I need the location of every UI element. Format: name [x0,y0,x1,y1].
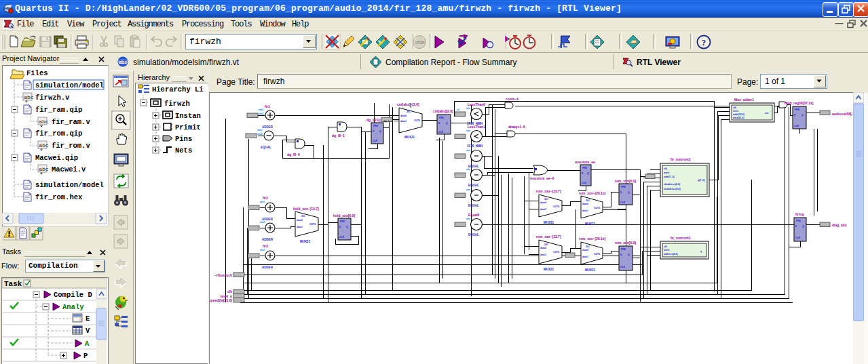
svg-text:firwzh.v: firwzh.v [35,94,70,102]
svg-text:diag_azu: diag_azu [832,223,846,227]
svg-text:wren: wren [663,249,669,251]
svg-text:PRE: PRE [439,117,445,119]
svg-text:A: A [85,340,90,348]
svg-text:MUX21: MUX21 [585,268,596,272]
svg-text:afw: afw [466,218,470,220]
svg-text:fir_ram.qip: fir_ram.qip [35,106,82,114]
svg-text:LessThan0: LessThan0 [468,102,485,106]
svg-text:Macwei.qip: Macwei.qip [35,154,78,162]
svg-text:CLR: CLR [794,125,799,127]
svg-text:data0: data0 [582,249,588,251]
svg-text:q[7..0]: q[7..0] [698,179,704,182]
svg-text:E: E [86,315,90,323]
svg-text:afw: afw [466,149,470,152]
svg-text:reset_n: reset_n [220,294,232,298]
svg-text:CLR: CLR [438,131,444,134]
svg-text:afw1: afw1 [260,221,265,224]
svg-text:PRE: PRE [621,186,626,188]
svg-text:a2: a2 [457,108,459,111]
svg-text:Q: Q [446,122,448,125]
svg-text:audioout38[23.0]: audioout38[23.0] [832,112,852,116]
svg-text:data1: data1 [540,208,546,211]
svg-text:fir_ram.v: fir_ram.v [52,118,90,126]
svg-text:afw: afw [466,107,470,110]
svg-text:hold_reg38[37.1x]: hold_reg38[37.1x] [785,101,814,105]
svg-text:Primit: Primit [175,123,201,132]
svg-text:abc: abc [119,60,127,64]
svg-text:Q: Q [628,254,630,256]
svg-text:abc: abc [39,142,49,148]
svg-text:clk: clk [664,167,667,170]
svg-text:Q: Q [801,114,804,117]
svg-text:hold_xxx[6.0]: hold_xxx[6.0] [333,214,355,218]
svg-text:comb~6: comb~6 [506,97,518,101]
svg-text:afw2: afw2 [257,133,263,136]
svg-text:P: P [83,352,88,360]
svg-text:fir3: fir3 [263,244,268,248]
svg-text:cnt[abs][2.0]: cnt[abs][2.0] [433,109,453,113]
svg-text:2h1: 2h1 [301,215,305,218]
svg-text:EQUAL: EQUAL [468,204,479,207]
svg-text:Equal6: Equal6 [468,213,480,217]
svg-text:simulation/model: simulation/model [35,181,104,189]
svg-text:addr[7..0]: addr[7..0] [664,176,675,178]
svg-text:afw1: afw1 [260,201,265,203]
svg-text:fir_rom.hex: fir_rom.hex [35,193,83,201]
svg-text:data0: data0 [540,247,546,249]
svg-text:Nets: Nets [175,146,192,155]
svg-text:hold_xxx~[13.7]: hold_xxx~[13.7] [293,207,319,211]
svg-text:PRE: PRE [340,220,345,223]
svg-text:CLR: CLR [582,182,587,184]
svg-text:OUT0: OUT0 [594,253,600,256]
svg-text:Mac~adder1: Mac~adder1 [734,98,754,102]
svg-text:ADDER: ADDER [262,125,273,129]
svg-text:EQUAL: EQUAL [261,146,271,149]
svg-text:?: ? [702,37,706,47]
svg-text:ADDER: ADDER [262,266,273,269]
svg-text:1F26_NMH: 1F26_NMH [467,122,483,125]
svg-text:~rfbusruch: ~rfbusruch [214,273,232,277]
svg-text:rom_xxx[6.0]: rom_xxx[6.0] [615,179,636,183]
svg-text:MUX21: MUX21 [300,240,311,243]
svg-text:rom_xxx~[26.1x]: rom_xxx~[26.1x] [579,237,606,241]
svg-text:2h1: 2h1 [544,243,548,246]
svg-text:data1: data1 [297,226,303,228]
svg-text:ADDER: ADDER [262,238,273,241]
svg-text:Compile D: Compile D [54,291,92,299]
svg-text:afw2: afw2 [259,113,264,115]
svg-text:fir2: fir2 [263,196,268,200]
svg-text:2h1: 2h1 [544,198,548,201]
svg-text:CLR: CLR [795,237,801,239]
svg-text:data0: data0 [297,219,303,222]
svg-text:abc: abc [39,119,49,125]
svg-text:PRE: PRE [373,125,379,127]
svg-text:CLR: CLR [620,201,626,204]
svg-text:MUX21: MUX21 [585,222,596,226]
svg-text:Instan: Instan [175,112,201,120]
svg-text:Macwei.v: Macwei.v [52,165,86,174]
svg-text:CLR: CLR [373,140,378,142]
svg-text:afw: afw [466,129,470,132]
svg-text:rom_xxx~[26.1x]: rom_xxx~[26.1x] [579,191,606,195]
svg-text:Q: Q [628,191,630,194]
svg-text:q: q [700,250,702,253]
svg-text:MUX21: MUX21 [404,136,415,139]
svg-text:STOP: STOP [415,41,425,45]
svg-text:rom_xxx~[13.7]: rom_xxx~[13.7] [536,235,561,239]
svg-text:always1~6: always1~6 [508,125,525,129]
svg-text:clk: clk [664,245,667,248]
svg-text:V: V [86,327,90,335]
svg-text:Analy: Analy [62,303,84,311]
svg-text:afw1: afw1 [257,129,263,132]
svg-text:Q: Q [346,226,348,228]
svg-text:firlog: firlog [795,212,804,216]
svg-text:Task: Task [4,280,22,288]
svg-text:fir_romrom1: fir_romrom1 [671,157,691,161]
svg-text:abc: abc [24,94,34,100]
svg-text:CLR: CLR [339,236,345,239]
svg-text:OUT0: OUT0 [414,119,420,122]
svg-text:Q: Q [587,172,589,175]
svg-text:dg_l[2.0]: dg_l[2.0] [366,118,381,122]
svg-text:data1: data1 [582,209,588,212]
svg-text:wren: wren [732,110,738,113]
